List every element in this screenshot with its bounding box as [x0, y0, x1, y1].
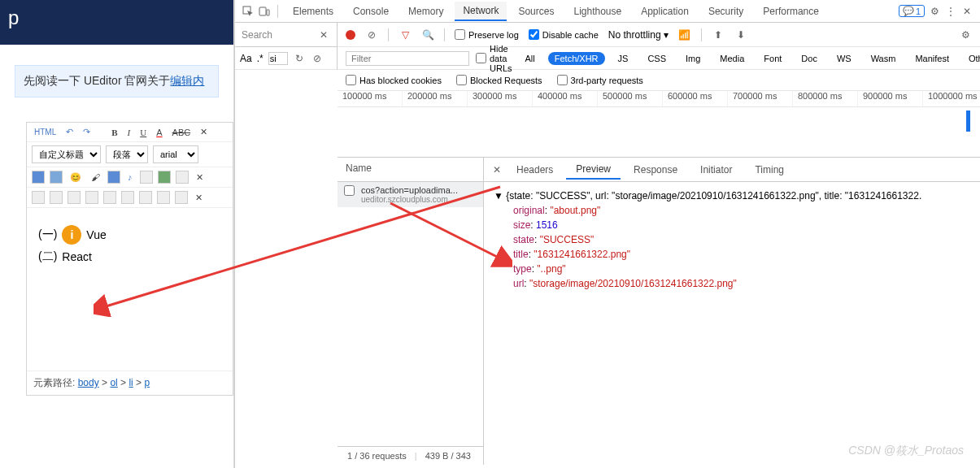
tool-icon[interactable] — [103, 191, 116, 204]
tab-initiator[interactable]: Initiator — [690, 161, 742, 179]
tab-memory[interactable]: Memory — [400, 2, 451, 20]
device-icon[interactable] — [258, 5, 271, 18]
inspect-icon[interactable] — [242, 5, 255, 18]
pill-js[interactable]: JS — [612, 52, 635, 65]
emoji-icon[interactable]: 😊 — [68, 171, 84, 184]
issues-badge[interactable]: 💬1 — [899, 5, 925, 17]
tool-icon[interactable] — [139, 191, 152, 204]
pill-other[interactable]: Other — [962, 52, 980, 65]
tab-performance[interactable]: Performance — [755, 2, 827, 20]
tab-headers[interactable]: Headers — [507, 161, 563, 179]
filter-input[interactable] — [346, 51, 469, 66]
pill-all[interactable]: All — [519, 52, 542, 65]
path-link[interactable]: li — [128, 377, 133, 388]
pill-media[interactable]: Media — [713, 52, 751, 65]
italic-button[interactable]: I — [125, 127, 133, 138]
tab-elements[interactable]: Elements — [285, 2, 342, 20]
path-link[interactable]: ol — [110, 377, 117, 388]
tab-timing[interactable]: Timing — [745, 161, 794, 179]
html-button[interactable]: HTML — [32, 127, 59, 137]
third-party-checkbox[interactable]: 3rd-party requests — [557, 75, 643, 85]
tab-network[interactable]: Network — [455, 2, 507, 21]
heading-select[interactable]: 自定义标题 — [32, 145, 101, 163]
download-icon[interactable]: ⬇ — [734, 28, 747, 41]
tab-preview[interactable]: Preview — [566, 160, 621, 180]
request-row[interactable]: cos?action=uploadima... ueditor.szcloudp… — [338, 182, 483, 207]
tab-application[interactable]: Application — [633, 2, 697, 20]
hide-urls-checkbox[interactable]: Hide data URLs — [476, 44, 512, 73]
pill-font[interactable]: Font — [757, 52, 788, 65]
tool-icon[interactable] — [85, 191, 98, 204]
clear-icon[interactable]: ⊘ — [311, 52, 324, 65]
refresh-icon[interactable]: ↻ — [293, 52, 306, 65]
font-select[interactable]: arial — [153, 145, 198, 163]
tool-icon[interactable] — [121, 191, 134, 204]
tool-icon[interactable] — [175, 191, 188, 204]
image-icon[interactable] — [32, 171, 45, 184]
search-input[interactable] — [268, 52, 288, 65]
disable-cache-checkbox[interactable]: Disable cache — [529, 29, 599, 40]
table-icon[interactable] — [158, 171, 171, 184]
note-link[interactable]: 编辑内 — [170, 74, 204, 87]
attach-icon[interactable] — [140, 171, 153, 184]
timeline[interactable]: 100000 ms 200000 ms 300000 ms 400000 ms … — [338, 91, 980, 158]
font-color-button[interactable]: A — [154, 127, 164, 138]
tab-lighthouse[interactable]: Lighthouse — [565, 2, 629, 20]
save-icon[interactable] — [107, 171, 120, 184]
blocked-cookies-checkbox[interactable]: Has blocked cookies — [346, 75, 442, 85]
svg-rect-2 — [267, 10, 269, 15]
gallery-icon[interactable] — [50, 171, 63, 184]
preserve-log-checkbox[interactable]: Preserve log — [455, 29, 519, 40]
clear-icon[interactable]: ⊘ — [365, 28, 378, 41]
editor-body[interactable]: (一) i Vue (二) React — [27, 208, 233, 370]
tab-sources[interactable]: Sources — [510, 2, 562, 20]
path-link[interactable]: body — [78, 377, 99, 388]
brush-icon[interactable]: 🖌 — [89, 171, 102, 183]
throttling-select[interactable]: No throttling ▾ — [608, 29, 669, 41]
tab-console[interactable]: Console — [345, 2, 397, 20]
pill-wasm[interactable]: Wasm — [865, 52, 903, 65]
wifi-icon[interactable]: 📶 — [678, 28, 691, 41]
close-icon[interactable]: ✕ — [960, 5, 973, 18]
filter-bar-2: Has blocked cookies Blocked Requests 3rd… — [338, 70, 980, 91]
tool-icon[interactable] — [68, 191, 81, 204]
tab-response[interactable]: Response — [624, 161, 687, 179]
more-icon[interactable]: ✕ — [194, 171, 206, 184]
filter-icon[interactable]: ▽ — [399, 28, 412, 41]
regex-toggle[interactable]: .* — [257, 53, 264, 64]
name-header[interactable]: Name — [338, 158, 483, 182]
pill-xhr[interactable]: Fetch/XHR — [548, 52, 605, 65]
paragraph-select[interactable]: 段落 — [106, 145, 148, 163]
more-icon[interactable]: ✕ — [193, 192, 205, 204]
row-checkbox[interactable] — [344, 185, 355, 196]
json-preview[interactable]: ▼ {state: "SUCCESS", url: "storage/image… — [484, 182, 980, 297]
pill-ws[interactable]: WS — [830, 52, 858, 65]
tab-security[interactable]: Security — [700, 2, 751, 20]
pill-doc[interactable]: Doc — [795, 52, 824, 65]
underline-button[interactable]: U — [137, 127, 149, 138]
undo-icon[interactable]: ↶ — [63, 126, 76, 138]
tool-icon[interactable] — [157, 191, 170, 204]
pill-css[interactable]: CSS — [641, 52, 673, 65]
close-icon[interactable]: ✕ — [490, 163, 503, 176]
kebab-icon[interactable]: ⋮ — [944, 5, 957, 18]
pill-img[interactable]: Img — [679, 52, 707, 65]
bold-button[interactable]: B — [109, 127, 120, 138]
code-icon[interactable] — [176, 171, 189, 184]
more-icon[interactable]: ✕ — [198, 126, 210, 138]
path-link[interactable]: p — [144, 377, 150, 388]
upload-icon[interactable]: ⬆ — [712, 28, 725, 41]
redo-icon[interactable]: ↷ — [81, 126, 93, 138]
blocked-requests-checkbox[interactable]: Blocked Requests — [456, 75, 542, 85]
tool-icon[interactable] — [50, 191, 63, 204]
record-button[interactable] — [346, 30, 355, 40]
gear-icon[interactable]: ⚙ — [928, 5, 941, 18]
pill-manifest[interactable]: Manifest — [908, 52, 956, 65]
gear-icon[interactable]: ⚙ — [959, 28, 972, 41]
strike-button[interactable]: ABC — [170, 127, 194, 138]
search-icon[interactable]: 🔍 — [421, 28, 434, 41]
tool-icon[interactable] — [32, 191, 45, 204]
close-icon[interactable]: ✕ — [317, 28, 330, 41]
music-icon[interactable]: ♪ — [125, 171, 135, 183]
case-toggle[interactable]: Aa — [240, 53, 252, 64]
